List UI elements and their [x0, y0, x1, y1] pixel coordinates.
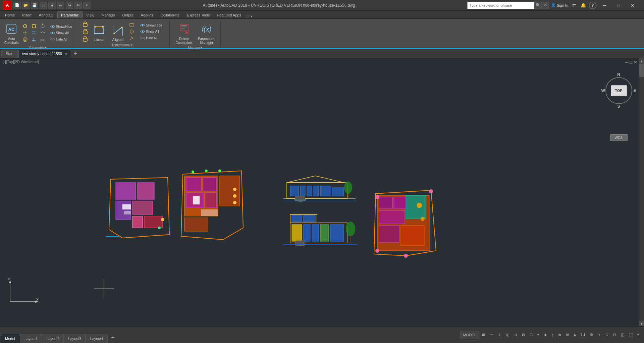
qat-expand-btn[interactable]: ▼	[83, 2, 91, 9]
polar-tracking-btn[interactable]: ◎	[504, 331, 512, 339]
tab-view[interactable]: View	[83, 11, 98, 18]
hide-all-geo-btn[interactable]: Hide All	[49, 36, 73, 42]
parameters-manager-btn[interactable]: f(x) ParametersManager	[197, 20, 217, 46]
show-hide-geo-btn[interactable]: Show/Hide	[49, 23, 73, 30]
svg-text:Y: Y	[8, 278, 10, 282]
tab-parametric[interactable]: Parametric	[57, 11, 83, 18]
open-file-btn[interactable]: 📂	[22, 2, 30, 9]
exchange-icon[interactable]: ⇄	[570, 2, 578, 9]
selection-cycling-btn[interactable]: ↕	[549, 331, 555, 339]
fullscreen-btn[interactable]: ⛶	[627, 331, 635, 339]
layout3-tab[interactable]: Layout3	[64, 334, 86, 343]
restore-btn[interactable]: □	[612, 1, 625, 10]
workspace-btn[interactable]: ⚙	[74, 2, 82, 9]
dynamic-ucs-btn[interactable]: ⊕	[556, 331, 563, 339]
model-tab[interactable]: Model	[0, 334, 20, 343]
perpendicular-btn[interactable]	[30, 37, 38, 43]
help-btn[interactable]: ?	[589, 2, 596, 9]
redo-btn[interactable]: ↪	[66, 2, 73, 9]
tangent-btn[interactable]	[39, 23, 46, 29]
tab-manage[interactable]: Manage	[98, 11, 119, 18]
sign-in-btn[interactable]: 👤 Sign In	[551, 3, 568, 7]
obj-snap-tracking-btn[interactable]: ⊡	[528, 331, 535, 339]
coincident-btn[interactable]	[21, 23, 29, 29]
main-canvas[interactable]: Y X	[0, 58, 639, 326]
tab-insert[interactable]: Insert	[18, 11, 35, 18]
new-file-btn[interactable]: 📄	[13, 2, 21, 9]
tab-featuredapps[interactable]: Featured Apps	[213, 11, 245, 18]
tab-expresstools[interactable]: Express Tools	[183, 11, 213, 18]
symmetric-btn[interactable]: ss	[39, 37, 46, 43]
scroll-up-arrow[interactable]: ▲	[639, 58, 644, 64]
tab-home[interactable]: Home	[1, 11, 18, 18]
print-btn[interactable]: 🖨	[48, 2, 56, 9]
wcs-btn[interactable]: WCS	[610, 134, 628, 141]
svg-rect-111	[379, 210, 404, 224]
dimensional-panel-expand[interactable]: ▼	[130, 44, 133, 47]
viewport-restore-btn[interactable]: □	[630, 60, 632, 65]
search-expand-btn[interactable]: ⚙	[542, 2, 549, 9]
workspace-switch-btn[interactable]: ⚙	[588, 331, 595, 339]
tab-collaborate[interactable]: Collaborate	[157, 11, 183, 18]
layout1-tab[interactable]: Layout1	[20, 334, 42, 343]
customize-btn[interactable]: ≡	[635, 331, 641, 339]
show-hide-dim-btn[interactable]: Show/Hide	[139, 22, 163, 28]
linear-btn[interactable]: Linear	[91, 21, 107, 42]
scroll-down-arrow[interactable]: ▼	[639, 321, 644, 326]
nav-bar-btn[interactable]: ◫	[619, 331, 626, 339]
search-icon[interactable]: 🔍	[534, 2, 542, 9]
ortho-mode-btn[interactable]: ⊥	[496, 331, 503, 339]
drawing-tab-close[interactable]: ✕	[65, 52, 67, 56]
undo-btn[interactable]: ↩	[57, 2, 64, 9]
show-all-geo-btn[interactable]: Show All	[49, 30, 73, 36]
new-tab-btn[interactable]: +	[72, 50, 79, 57]
close-btn[interactable]: ✕	[627, 1, 639, 10]
concentric-btn[interactable]	[21, 37, 29, 43]
minimize-btn[interactable]: ─	[598, 1, 610, 10]
zoom-out-btn[interactable]: ⊟	[611, 331, 618, 339]
fix-btn[interactable]	[30, 23, 38, 29]
hide-all-dim-btn[interactable]: Hide All	[139, 35, 163, 41]
grid-display-btn[interactable]: ⊞	[480, 331, 487, 339]
transparency-btn[interactable]: ◈	[542, 331, 549, 339]
top-view-btn[interactable]: TOP	[611, 85, 627, 96]
tab-addins[interactable]: Add-ins	[137, 11, 157, 18]
scrollbar-right[interactable]: ▲ ▼	[639, 58, 644, 326]
tab-output[interactable]: Output	[119, 11, 137, 18]
snap-grid-btn[interactable]: ⋯	[488, 331, 495, 339]
show-all-dim-btn[interactable]: Show All	[139, 29, 163, 35]
annotation-mon-btn[interactable]: A	[572, 331, 578, 339]
lineweight-btn[interactable]: ≡	[535, 331, 541, 339]
save-btn[interactable]: 💾	[31, 2, 38, 9]
aligned-btn[interactable]: Aligned	[109, 21, 126, 42]
layout4-tab[interactable]: Layout4	[86, 334, 107, 343]
dim1-btn[interactable]	[128, 22, 136, 28]
dynamic-input-btn[interactable]: ⊞	[564, 331, 571, 339]
layout2-tab[interactable]: Layout2	[42, 334, 64, 343]
model-space-label[interactable]: MODEL	[460, 331, 479, 339]
alert-icon[interactable]: 🔔	[580, 2, 587, 9]
auto-constrain-btn[interactable]: AC AutoConstrain	[3, 20, 20, 46]
parallel-btn[interactable]	[30, 30, 38, 36]
collinear-btn[interactable]	[21, 30, 29, 36]
zoom-in-btn[interactable]: +	[596, 331, 603, 339]
smooth-btn[interactable]	[39, 30, 46, 36]
start-tab[interactable]: Start	[1, 50, 18, 58]
pan-btn[interactable]: ⊙	[603, 331, 610, 339]
saveas-btn[interactable]: ⬚	[40, 2, 47, 9]
ribbon-tab-menu-btn[interactable]: ⬚ ▼	[246, 14, 253, 18]
viewport-close-btn[interactable]: ✕	[634, 60, 637, 65]
add-layout-btn[interactable]: +	[109, 334, 117, 342]
viewport-minimize-btn[interactable]: ─	[625, 60, 628, 65]
svg-point-74	[218, 169, 221, 172]
object-snap-btn[interactable]: ⊠	[520, 331, 527, 339]
drawing-tab[interactable]: two-storey-house-11556 ✕	[18, 50, 71, 58]
dim2-btn[interactable]	[128, 29, 136, 35]
scale-annotation-btn[interactable]: 1:1	[579, 331, 587, 339]
isosnap-btn[interactable]: ⊿	[512, 331, 519, 339]
svg-point-7	[24, 39, 26, 41]
search-input[interactable]	[467, 2, 534, 9]
delete-constraints-btn[interactable]: DeleteConstraints	[174, 20, 194, 46]
dim3-btn[interactable]	[128, 35, 136, 41]
tab-annotate[interactable]: Annotate	[35, 11, 57, 18]
